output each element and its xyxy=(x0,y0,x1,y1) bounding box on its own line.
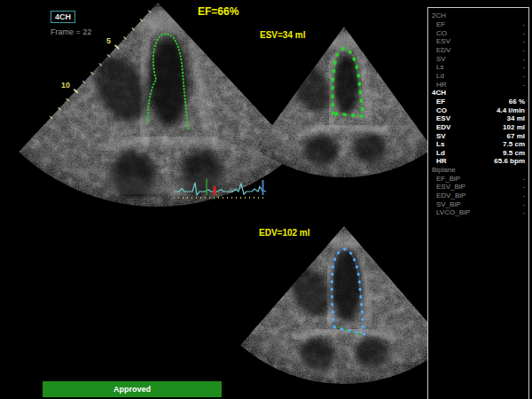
measurement-row: LVCO_BiP- xyxy=(430,208,527,217)
row-value: - xyxy=(522,175,525,183)
row-label: EF xyxy=(436,20,445,28)
row-value: 102 ml xyxy=(503,123,525,131)
row-label: SV xyxy=(436,132,446,140)
row-value: - xyxy=(522,20,525,28)
frame-cursor[interactable] xyxy=(214,186,216,195)
measurement-row: HR- xyxy=(430,80,527,89)
row-value: 66 % xyxy=(509,98,525,106)
depth-label-10: 10 xyxy=(61,81,70,90)
row-label: EDV_BiP xyxy=(436,192,466,200)
row-value: 67 ml xyxy=(507,132,525,140)
echo-view-edv[interactable] xyxy=(231,217,452,399)
measurement-row: HR65.6 bpm xyxy=(430,157,527,166)
row-value: 7.5 cm xyxy=(503,140,525,148)
row-value: 34 ml xyxy=(507,114,525,122)
row-label: CO xyxy=(436,106,447,114)
row-label: HR xyxy=(436,81,447,89)
row-value: 65.6 bpm xyxy=(494,157,525,165)
row-label: EDV xyxy=(436,46,450,54)
row-label: SV xyxy=(436,55,446,63)
edv-result-label: EDV=102 ml xyxy=(259,228,310,238)
measurement-row: ESV- xyxy=(430,37,527,46)
row-label: HR xyxy=(436,157,447,165)
row-value: - xyxy=(522,46,525,54)
row-value: - xyxy=(522,29,525,37)
row-value: - xyxy=(522,200,525,208)
row-value: - xyxy=(522,81,525,89)
row-value: - xyxy=(522,183,525,191)
esv-result-label: ESV=34 ml xyxy=(260,30,305,40)
measurement-row: ESV34 ml xyxy=(430,114,527,123)
row-value: 4.4 l/min xyxy=(497,106,525,114)
row-label: Ld xyxy=(436,72,444,80)
row-value: - xyxy=(522,192,525,200)
measurement-row: EF_BiP- xyxy=(430,174,527,183)
row-label: 4CH xyxy=(432,89,446,97)
view-mode-badge[interactable]: 4CH xyxy=(51,11,75,23)
sidebar-section-biplane: Biplane xyxy=(430,166,527,175)
measurement-row: SV_BiP- xyxy=(430,200,527,208)
measurement-row: Ld- xyxy=(430,72,527,81)
echo-view-esv[interactable] xyxy=(239,18,443,208)
row-label: EF_BiP xyxy=(436,175,460,183)
row-value: - xyxy=(522,208,525,216)
approved-button[interactable]: Approved xyxy=(43,381,222,397)
row-label: SV_BiP xyxy=(436,200,461,208)
measurement-row: EDV_BiP- xyxy=(430,192,527,200)
row-label: EDV xyxy=(436,123,450,131)
row-label: Ls xyxy=(436,140,444,148)
row-value: 9.5 cm xyxy=(503,149,525,157)
measurement-row: CO4.4 l/min xyxy=(430,106,527,114)
row-label: ESV xyxy=(436,37,450,45)
row-value: - xyxy=(522,37,525,45)
row-label: 2CH xyxy=(432,12,446,20)
row-label: Biplane xyxy=(432,166,456,174)
measurement-row: EDV102 ml xyxy=(430,123,527,132)
measurement-row: SV67 ml xyxy=(430,131,527,140)
measurement-row: EF- xyxy=(430,20,527,29)
depth-label-5: 5 xyxy=(106,36,111,45)
frame-counter: Frame = 22 xyxy=(51,27,91,36)
row-label: CO xyxy=(436,29,447,37)
measurement-row: Ls7.5 cm xyxy=(430,140,527,149)
ef-result-label: EF=66% xyxy=(198,5,239,18)
row-label: Ls xyxy=(436,63,443,71)
row-label: Ld xyxy=(436,149,445,157)
measurement-row: Ls- xyxy=(430,63,527,72)
measurement-row: SV- xyxy=(430,54,527,63)
row-value: - xyxy=(522,72,525,80)
row-label: ESV_BiP xyxy=(436,183,466,191)
sidebar-section-2ch: 2CH xyxy=(430,12,527,20)
echo-workstation-screen: 4CH Frame = 22 5 10 EF=66% ESV=34 ml EDV… xyxy=(0,0,532,399)
row-value: - xyxy=(522,55,525,63)
row-value: - xyxy=(522,63,525,71)
row-label: EF xyxy=(436,98,445,106)
measurement-row: ESV_BiP- xyxy=(430,183,527,192)
sidebar-section-4ch: 4CH xyxy=(430,89,527,98)
row-label: ESV xyxy=(436,114,450,122)
measurement-row: EDV- xyxy=(430,46,527,55)
measurement-panel: 2CH EF- CO- ESV- EDV- SV- Ls- Ld- HR- 4C… xyxy=(427,7,529,399)
measurement-row: Ld9.5 cm xyxy=(430,149,527,158)
row-label: LVCO_BiP xyxy=(436,208,470,216)
measurement-row: EF66 % xyxy=(430,98,527,106)
measurement-row: CO- xyxy=(430,28,527,37)
